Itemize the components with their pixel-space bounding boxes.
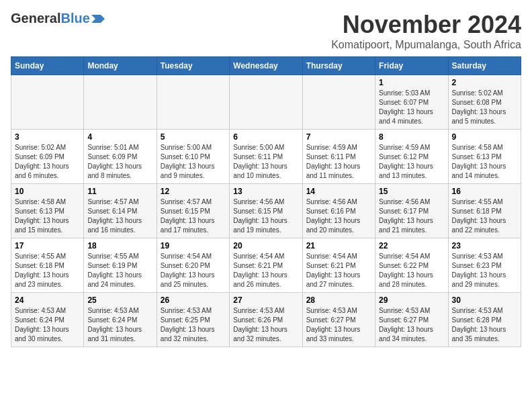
calendar-day-header: Friday xyxy=(375,57,448,75)
svg-marker-0 xyxy=(91,15,105,23)
day-number: 18 xyxy=(87,241,152,250)
calendar-day-cell xyxy=(157,75,229,130)
day-number: 13 xyxy=(233,187,298,196)
calendar-day-cell: 23Sunrise: 4:53 AM Sunset: 6:23 PM Dayli… xyxy=(448,238,521,293)
day-detail: Sunrise: 5:02 AM Sunset: 6:09 PM Dayligh… xyxy=(15,143,80,181)
calendar-day-cell: 13Sunrise: 4:56 AM Sunset: 6:15 PM Dayli… xyxy=(230,184,302,238)
day-detail: Sunrise: 4:55 AM Sunset: 6:19 PM Dayligh… xyxy=(87,252,152,289)
page-header: General Blue November 2024 Komatipoort, … xyxy=(11,11,521,51)
day-detail: Sunrise: 4:53 AM Sunset: 6:23 PM Dayligh… xyxy=(452,252,517,289)
day-detail: Sunrise: 5:02 AM Sunset: 6:08 PM Dayligh… xyxy=(452,89,517,126)
day-number: 1 xyxy=(379,78,444,87)
calendar-day-cell: 8Sunrise: 4:59 AM Sunset: 6:12 PM Daylig… xyxy=(375,130,448,184)
day-number: 30 xyxy=(452,295,517,305)
day-number: 23 xyxy=(452,241,517,250)
calendar-day-header: Sunday xyxy=(11,57,84,75)
calendar-day-cell: 19Sunrise: 4:54 AM Sunset: 6:20 PM Dayli… xyxy=(157,238,229,293)
calendar-day-cell xyxy=(302,75,375,130)
day-number: 4 xyxy=(87,132,152,142)
calendar-day-header: Tuesday xyxy=(157,57,229,75)
day-number: 21 xyxy=(306,241,371,250)
calendar-day-cell: 18Sunrise: 4:55 AM Sunset: 6:19 PM Dayli… xyxy=(84,238,157,293)
day-number: 5 xyxy=(161,132,226,142)
calendar-day-cell: 10Sunrise: 4:58 AM Sunset: 6:13 PM Dayli… xyxy=(11,184,84,238)
calendar-week-row: 24Sunrise: 4:53 AM Sunset: 6:24 PM Dayli… xyxy=(11,293,521,347)
day-detail: Sunrise: 4:53 AM Sunset: 6:25 PM Dayligh… xyxy=(161,306,226,344)
calendar-day-cell: 26Sunrise: 4:53 AM Sunset: 6:25 PM Dayli… xyxy=(157,293,229,347)
day-detail: Sunrise: 5:00 AM Sunset: 6:10 PM Dayligh… xyxy=(161,143,226,181)
day-number: 24 xyxy=(15,295,80,305)
day-detail: Sunrise: 4:59 AM Sunset: 6:11 PM Dayligh… xyxy=(306,143,371,181)
day-detail: Sunrise: 4:57 AM Sunset: 6:14 PM Dayligh… xyxy=(87,197,152,235)
calendar-day-cell: 25Sunrise: 4:53 AM Sunset: 6:24 PM Dayli… xyxy=(84,293,157,347)
day-detail: Sunrise: 4:54 AM Sunset: 6:21 PM Dayligh… xyxy=(306,252,371,289)
day-number: 17 xyxy=(15,241,80,250)
calendar-week-row: 10Sunrise: 4:58 AM Sunset: 6:13 PM Dayli… xyxy=(11,184,521,238)
logo-arrow-icon xyxy=(91,15,105,23)
calendar-body: 1Sunrise: 5:03 AM Sunset: 6:07 PM Daylig… xyxy=(11,75,521,347)
day-detail: Sunrise: 4:53 AM Sunset: 6:28 PM Dayligh… xyxy=(452,306,517,344)
day-number: 20 xyxy=(233,241,298,250)
calendar-day-cell: 11Sunrise: 4:57 AM Sunset: 6:14 PM Dayli… xyxy=(84,184,157,238)
title-area: November 2024 Komatipoort, Mpumalanga, S… xyxy=(331,11,521,51)
calendar-day-cell: 22Sunrise: 4:54 AM Sunset: 6:22 PM Dayli… xyxy=(375,238,448,293)
calendar-day-header: Thursday xyxy=(302,57,375,75)
day-detail: Sunrise: 4:55 AM Sunset: 6:18 PM Dayligh… xyxy=(452,197,517,235)
day-number: 9 xyxy=(452,132,517,142)
day-number: 11 xyxy=(87,187,152,196)
day-number: 22 xyxy=(379,241,444,250)
day-detail: Sunrise: 4:55 AM Sunset: 6:18 PM Dayligh… xyxy=(15,252,80,289)
day-number: 27 xyxy=(233,295,298,305)
calendar-day-cell xyxy=(230,75,302,130)
calendar-day-cell: 24Sunrise: 4:53 AM Sunset: 6:24 PM Dayli… xyxy=(11,293,84,347)
calendar-day-cell: 29Sunrise: 4:53 AM Sunset: 6:27 PM Dayli… xyxy=(375,293,448,347)
day-number: 25 xyxy=(87,295,152,305)
calendar-day-header: Wednesday xyxy=(230,57,302,75)
calendar-day-cell: 6Sunrise: 5:00 AM Sunset: 6:11 PM Daylig… xyxy=(230,130,302,184)
day-detail: Sunrise: 4:54 AM Sunset: 6:22 PM Dayligh… xyxy=(379,252,444,289)
day-number: 12 xyxy=(161,187,226,196)
calendar-day-cell: 3Sunrise: 5:02 AM Sunset: 6:09 PM Daylig… xyxy=(11,130,84,184)
day-number: 15 xyxy=(379,187,444,196)
day-detail: Sunrise: 5:01 AM Sunset: 6:09 PM Dayligh… xyxy=(87,143,152,181)
day-detail: Sunrise: 4:53 AM Sunset: 6:27 PM Dayligh… xyxy=(379,306,444,344)
day-detail: Sunrise: 4:54 AM Sunset: 6:20 PM Dayligh… xyxy=(161,252,226,289)
day-detail: Sunrise: 4:57 AM Sunset: 6:15 PM Dayligh… xyxy=(161,197,226,235)
day-number: 14 xyxy=(306,187,371,196)
day-detail: Sunrise: 4:53 AM Sunset: 6:26 PM Dayligh… xyxy=(233,306,298,344)
calendar-week-row: 17Sunrise: 4:55 AM Sunset: 6:18 PM Dayli… xyxy=(11,238,521,293)
logo: General Blue xyxy=(11,11,105,26)
calendar-day-cell: 15Sunrise: 4:56 AM Sunset: 6:17 PM Dayli… xyxy=(375,184,448,238)
calendar-day-cell: 27Sunrise: 4:53 AM Sunset: 6:26 PM Dayli… xyxy=(230,293,302,347)
calendar-day-cell: 30Sunrise: 4:53 AM Sunset: 6:28 PM Dayli… xyxy=(448,293,521,347)
day-detail: Sunrise: 4:56 AM Sunset: 6:16 PM Dayligh… xyxy=(306,197,371,235)
logo-part1: General xyxy=(11,11,60,26)
calendar-day-cell xyxy=(84,75,157,130)
calendar-day-cell: 7Sunrise: 4:59 AM Sunset: 6:11 PM Daylig… xyxy=(302,130,375,184)
day-number: 19 xyxy=(161,241,226,250)
calendar-day-cell: 28Sunrise: 4:53 AM Sunset: 6:27 PM Dayli… xyxy=(302,293,375,347)
day-detail: Sunrise: 4:54 AM Sunset: 6:21 PM Dayligh… xyxy=(233,252,298,289)
month-title: November 2024 xyxy=(331,11,521,39)
calendar-day-cell xyxy=(11,75,84,130)
calendar-day-header: Monday xyxy=(84,57,157,75)
location-subtitle: Komatipoort, Mpumalanga, South Africa xyxy=(331,39,521,51)
calendar-day-cell: 4Sunrise: 5:01 AM Sunset: 6:09 PM Daylig… xyxy=(84,130,157,184)
day-number: 3 xyxy=(15,132,80,142)
day-number: 16 xyxy=(452,187,517,196)
logo-part2: Blue xyxy=(60,11,89,26)
calendar-day-cell: 20Sunrise: 4:54 AM Sunset: 6:21 PM Dayli… xyxy=(230,238,302,293)
day-detail: Sunrise: 5:03 AM Sunset: 6:07 PM Dayligh… xyxy=(379,89,444,126)
day-number: 10 xyxy=(15,187,80,196)
calendar-header-row: SundayMondayTuesdayWednesdayThursdayFrid… xyxy=(11,57,521,75)
day-detail: Sunrise: 4:58 AM Sunset: 6:13 PM Dayligh… xyxy=(15,197,80,235)
day-number: 29 xyxy=(379,295,444,305)
calendar-week-row: 3Sunrise: 5:02 AM Sunset: 6:09 PM Daylig… xyxy=(11,130,521,184)
day-detail: Sunrise: 4:56 AM Sunset: 6:15 PM Dayligh… xyxy=(233,197,298,235)
calendar-day-cell: 21Sunrise: 4:54 AM Sunset: 6:21 PM Dayli… xyxy=(302,238,375,293)
day-number: 28 xyxy=(306,295,371,305)
day-detail: Sunrise: 4:59 AM Sunset: 6:12 PM Dayligh… xyxy=(379,143,444,181)
calendar-week-row: 1Sunrise: 5:03 AM Sunset: 6:07 PM Daylig… xyxy=(11,75,521,130)
day-number: 8 xyxy=(379,132,444,142)
day-detail: Sunrise: 4:53 AM Sunset: 6:24 PM Dayligh… xyxy=(15,306,80,344)
